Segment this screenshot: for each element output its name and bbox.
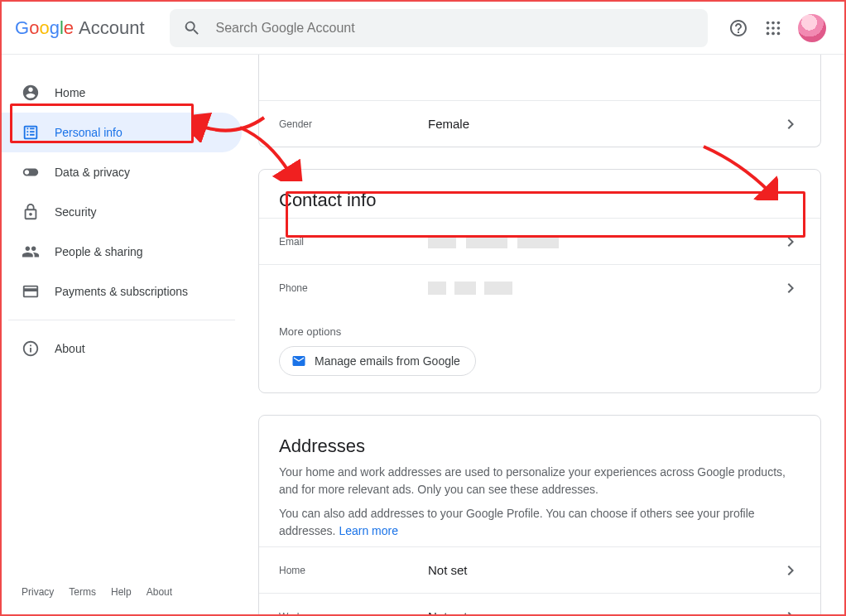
svg-point-5 <box>777 26 781 30</box>
addresses-desc1: Your home and work addresses are used to… <box>259 464 820 505</box>
sidebar-item-label: Personal info <box>55 126 123 139</box>
addresses-card: Addresses Your home and work addresses a… <box>258 415 821 614</box>
logo[interactable]: Google Account <box>15 17 145 39</box>
addresses-desc2: You can also add addresses to your Googl… <box>259 505 820 546</box>
svg-point-2 <box>777 21 781 24</box>
sidebar: Home Personal info Data & privacy Securi… <box>2 55 242 614</box>
row-label: Work <box>279 611 428 615</box>
search-input[interactable] <box>214 20 695 36</box>
footer-privacy[interactable]: Privacy <box>22 586 54 598</box>
header: Google Account <box>2 2 844 55</box>
product-name: Account <box>79 17 145 39</box>
row-value: Not set <box>428 563 781 577</box>
row-home-address[interactable]: Home Not set <box>259 546 820 593</box>
chevron-right-icon <box>781 561 800 580</box>
sidebar-item-label: Security <box>55 205 97 219</box>
search-icon <box>183 19 201 37</box>
svg-point-8 <box>777 31 781 35</box>
basic-info-card: Gender Female <box>258 55 821 147</box>
row-work-address[interactable]: Work Not set <box>259 593 820 614</box>
svg-point-7 <box>771 31 775 35</box>
google-logo-icon: Google <box>15 17 74 39</box>
svg-point-3 <box>767 26 770 30</box>
chevron-right-icon <box>781 278 800 298</box>
section-title: Contact info <box>259 170 820 218</box>
avatar[interactable] <box>798 14 826 42</box>
footer-terms[interactable]: Terms <box>69 586 96 598</box>
footer-links: Privacy Terms Help About <box>2 570 242 614</box>
svg-point-4 <box>771 26 775 30</box>
chevron-right-icon <box>781 114 800 134</box>
info-icon <box>22 339 40 358</box>
row-value: Not set <box>428 609 781 614</box>
row-phone[interactable]: Phone <box>259 264 820 310</box>
lock-icon <box>22 203 40 221</box>
more-options-label: More options <box>259 310 820 346</box>
sidebar-item-label: Data & privacy <box>55 166 130 179</box>
svg-point-0 <box>767 21 770 24</box>
row-value: Female <box>428 117 781 131</box>
account-icon <box>22 84 40 102</box>
redacted-value <box>428 235 781 248</box>
row-email[interactable]: Email <box>259 218 820 264</box>
manage-emails-button[interactable]: Manage emails from Google <box>279 346 476 376</box>
sidebar-item-label: Home <box>55 86 85 99</box>
people-icon <box>22 243 40 261</box>
row-label: Gender <box>279 118 428 130</box>
sidebar-item-data-privacy[interactable]: Data & privacy <box>2 152 242 192</box>
row-gender[interactable]: Gender Female <box>259 100 820 147</box>
row-label: Email <box>279 236 428 248</box>
redacted-value <box>428 282 781 295</box>
row-birthday-partial[interactable] <box>259 55 820 100</box>
apps-icon[interactable] <box>763 18 783 38</box>
divider <box>8 320 235 320</box>
sidebar-item-label: About <box>55 342 85 355</box>
sidebar-item-payments[interactable]: Payments & subscriptions <box>2 272 242 311</box>
search-bar[interactable] <box>170 9 708 47</box>
svg-point-6 <box>767 31 770 35</box>
footer-help[interactable]: Help <box>111 586 132 598</box>
sidebar-item-personal-info[interactable]: Personal info <box>2 113 242 152</box>
row-label: Home <box>279 565 428 576</box>
chip-label: Manage emails from Google <box>315 354 460 368</box>
svg-point-1 <box>771 21 775 24</box>
sidebar-item-home[interactable]: Home <box>2 73 242 113</box>
chevron-right-icon <box>781 232 800 252</box>
main-content: Gender Female Contact info Email Phone <box>242 55 844 614</box>
card-icon <box>22 282 40 301</box>
learn-more-link[interactable]: Learn more <box>339 524 398 537</box>
id-card-icon <box>22 123 40 142</box>
footer-about[interactable]: About <box>147 586 172 598</box>
help-icon[interactable] <box>728 18 748 38</box>
sidebar-item-people-sharing[interactable]: People & sharing <box>2 232 242 272</box>
sidebar-item-security[interactable]: Security <box>2 192 242 232</box>
row-label: Phone <box>279 282 428 294</box>
contact-info-card: Contact info Email Phone More options <box>258 169 821 393</box>
toggle-icon <box>22 163 40 181</box>
sidebar-item-label: People & sharing <box>55 245 143 258</box>
section-title: Addresses <box>259 416 820 464</box>
mail-icon <box>291 354 306 368</box>
sidebar-item-about[interactable]: About <box>2 329 242 368</box>
sidebar-item-label: Payments & subscriptions <box>55 285 188 298</box>
chevron-right-icon <box>781 607 800 615</box>
